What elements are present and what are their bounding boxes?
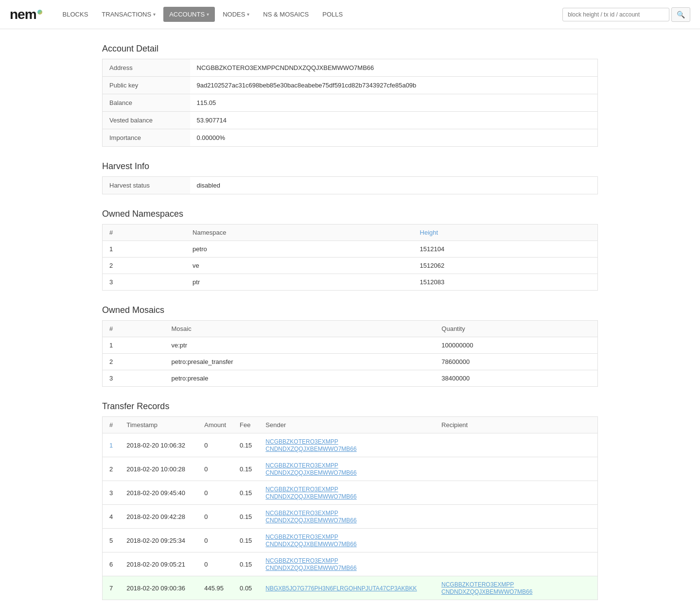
sender-value: NCGBBZKOTERO3EXMPP CNDNDXZQQJXBEMWWO7MB6… [259,505,435,529]
account-detail-table: Address NCGBBZKOTERO3EXMPPCNDNDXZQQJXBEM… [102,59,598,147]
nav-item-ns-mosaics[interactable]: NS & MOSAICS [257,7,315,22]
quantity-value: 38400000 [435,370,597,387]
col-header-recipient: Recipient [435,417,597,433]
sender-link[interactable]: NCGBBZKOTERO3EXMPP CNDNDXZQQJXBEMWWO7MB6… [265,462,356,476]
transfer-records-table: # Timestamp Amount Fee Sender Recipient … [102,416,598,600]
table-row: 4 2018-02-20 09:42:28 0 0.15 NCGBBZKOTER… [103,505,598,529]
row-num: 6 [103,552,120,576]
namespace-value: petro [186,241,413,258]
amount-value: 0 [197,529,233,552]
recipient-link[interactable]: NCGBBZKOTERO3EXMPP CNDNDXZQQJXBEMWWO7MB6… [441,581,532,595]
timestamp-value: 2018-02-20 10:00:28 [120,457,197,481]
owned-mosaics-title: Owned Mosaics [102,305,598,315]
table-row: 2 petro:presale_transfer 78600000 [103,354,598,370]
sender-value: NCGBBZKOTERO3EXMPP CNDNDXZQQJXBEMWWO7MB6… [259,481,435,505]
fee-value: 0.15 [233,529,259,552]
timestamp-value: 2018-02-20 09:45:40 [120,481,197,505]
timestamp-value: 2018-02-20 10:06:32 [120,433,197,457]
sender-link[interactable]: NCGBBZKOTERO3EXMPP CNDNDXZQQJXBEMWWO7MB6… [265,486,356,500]
field-value: 9ad2102527ac31c698beb85e30bac8eabebe75df… [190,77,598,94]
col-header-quantity: Quantity [435,321,597,337]
nav-links: BLOCKS TRANSACTIONS ▾ ACCOUNTS ▾ NODES ▾… [57,7,562,22]
recipient-value [435,505,597,529]
amount-value: 0 [197,552,233,576]
sender-value: NBGXB5JO7G776PH3N6FLRGOHNPJUTA47CP3AKBKK [259,576,435,600]
sender-link[interactable]: NBGXB5JO7G776PH3N6FLRGOHNPJUTA47CP3AKBKK [265,585,417,592]
sender-value: NCGBBZKOTERO3EXMPP CNDNDXZQQJXBEMWWO7MB6… [259,457,435,481]
col-header-mosaic: Mosaic [164,321,435,337]
owned-namespaces-title: Owned Namespaces [102,209,598,219]
sender-link[interactable]: NCGBBZKOTERO3EXMPP CNDNDXZQQJXBEMWWO7MB6… [265,557,356,571]
nav-item-nodes[interactable]: NODES ▾ [217,7,255,22]
table-header-row: # Mosaic Quantity [103,321,598,337]
nav-item-blocks[interactable]: BLOCKS [57,7,94,22]
row-num: 4 [103,505,120,529]
height-value: 1512062 [413,258,598,274]
field-label: Balance [103,94,190,112]
col-header-num: # [103,321,165,337]
namespace-value: ve [186,258,413,274]
timestamp-value: 2018-02-20 09:42:28 [120,505,197,529]
logo-dot-icon [37,10,42,15]
main-content: Account Detail Address NCGBBZKOTERO3EXMP… [92,44,608,600]
row-num: 7 [103,576,120,600]
sender-link[interactable]: NCGBBZKOTERO3EXMPP CNDNDXZQQJXBEMWWO7MB6… [265,438,356,452]
fee-value: 0.15 [233,433,259,457]
owned-namespaces-table: # Namespace Height 1 petro 1512104 2 ve … [102,224,598,291]
recipient-value [435,529,597,552]
col-header-num: # [103,224,186,241]
chevron-down-icon: ▾ [247,12,249,17]
row-num: 2 [103,258,186,274]
chevron-down-icon: ▾ [207,12,209,17]
timestamp-value: 2018-02-20 09:05:21 [120,552,197,576]
namespace-value: ptr [186,274,413,291]
nav-item-accounts[interactable]: ACCOUNTS ▾ [163,7,215,22]
nav-item-polls[interactable]: POLLS [316,7,349,22]
col-header-height: Height [413,224,598,241]
recipient-value [435,457,597,481]
field-label: Address [103,59,190,77]
recipient-value [435,481,597,505]
sender-link[interactable]: NCGBBZKOTERO3EXMPP CNDNDXZQQJXBEMWWO7MB6… [265,510,356,524]
table-row: 3 2018-02-20 09:45:40 0 0.15 NCGBBZKOTER… [103,481,598,505]
table-row: Vested balance 53.907714 [103,112,598,129]
height-value: 1512083 [413,274,598,291]
sender-link[interactable]: NCGBBZKOTERO3EXMPP CNDNDXZQQJXBEMWWO7MB6… [265,534,356,548]
mosaic-value: petro:presale [164,370,435,387]
row-num: 5 [103,529,120,552]
sender-value: NCGBBZKOTERO3EXMPP CNDNDXZQQJXBEMWWO7MB6… [259,529,435,552]
nav-item-transactions[interactable]: TRANSACTIONS ▾ [96,7,161,22]
table-row: 1 ve:ptr 100000000 [103,337,598,354]
field-value: NCGBBZKOTERO3EXMPPCNDNDXZQQJXBEMWWO7MB66 [190,59,598,77]
col-header-timestamp: Timestamp [120,417,197,433]
row-num: 3 [103,370,165,387]
table-row: Importance 0.00000% [103,129,598,147]
row-num: 2 [103,457,120,481]
fee-value: 0.15 [233,481,259,505]
fee-value: 0.15 [233,457,259,481]
search-button[interactable]: 🔍 [671,7,690,22]
recipient-value [435,433,597,457]
row-num: 2 [103,354,165,370]
chevron-down-icon: ▾ [153,12,156,17]
quantity-value: 100000000 [435,337,597,354]
fee-value: 0.15 [233,552,259,576]
table-row: 7 2018-02-20 09:00:36 445.95 0.05 NBGXB5… [103,576,598,600]
sender-value: NCGBBZKOTERO3EXMPP CNDNDXZQQJXBEMWWO7MB6… [259,433,435,457]
transfer-records-title: Transfer Records [102,401,598,412]
table-row: 3 petro:presale 38400000 [103,370,598,387]
search-input[interactable] [562,8,669,21]
brand-logo[interactable]: nem [10,7,42,22]
field-label: Harvest status [103,177,190,194]
col-header-amount: Amount [197,417,233,433]
table-row: Balance 115.05 [103,94,598,112]
row-num: 3 [103,274,186,291]
table-header-row: # Timestamp Amount Fee Sender Recipient [103,417,598,433]
timestamp-value: 2018-02-20 09:00:36 [120,576,197,600]
amount-value: 0 [197,481,233,505]
table-row: 6 2018-02-20 09:05:21 0 0.15 NCGBBZKOTER… [103,552,598,576]
table-row: Harvest status disabled [103,177,598,194]
field-label: Vested balance [103,112,190,129]
timestamp-value: 2018-02-20 09:25:34 [120,529,197,552]
fee-value: 0.15 [233,505,259,529]
